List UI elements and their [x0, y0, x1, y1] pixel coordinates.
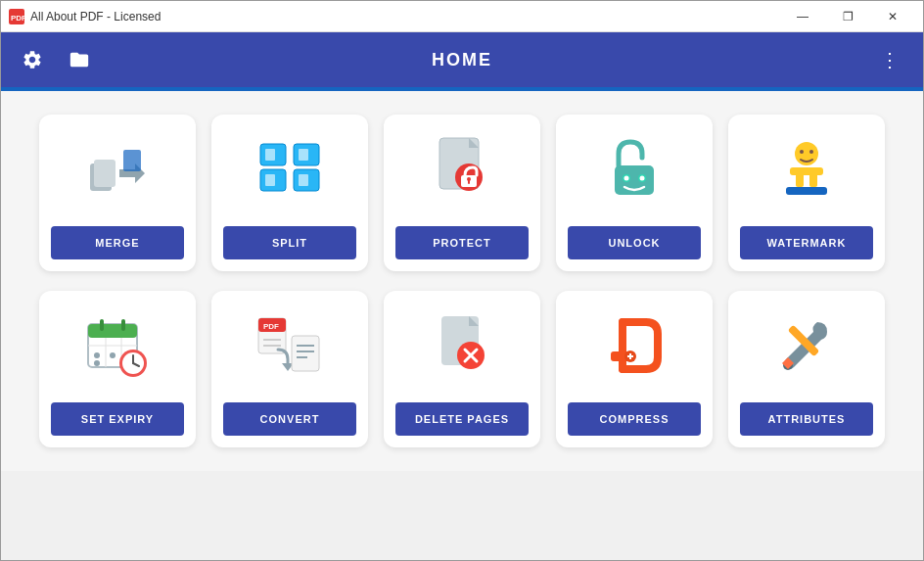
- watermark-button[interactable]: WATERMARK: [740, 226, 873, 259]
- protect-icon: [427, 134, 497, 205]
- merge-button[interactable]: MERGE: [51, 226, 184, 259]
- svg-rect-35: [809, 173, 817, 187]
- main-content: MERGE: [1, 91, 923, 471]
- compress-card[interactable]: COMPRESS: [556, 291, 713, 447]
- convert-button[interactable]: CONVERT: [223, 402, 356, 436]
- header-left-controls: [17, 44, 95, 75]
- svg-point-46: [94, 360, 100, 366]
- window-controls: — ❐ ✕: [780, 1, 915, 32]
- svg-rect-34: [796, 173, 804, 187]
- tools-row-2: SET EXPIRY PDF: [32, 291, 892, 447]
- svg-rect-16: [299, 174, 308, 186]
- protect-card[interactable]: PROTECT: [384, 115, 540, 271]
- svg-text:PDF: PDF: [263, 322, 279, 331]
- folder-icon: [68, 49, 91, 70]
- tools-row-1: MERGE: [32, 115, 892, 271]
- svg-rect-38: [100, 319, 104, 331]
- attributes-card[interactable]: ATTRIBUTES: [728, 291, 885, 447]
- app-title: All About PDF - Licensed: [30, 10, 780, 23]
- unlock-button[interactable]: UNLOCK: [568, 226, 701, 259]
- unlock-card[interactable]: UNLOCK: [556, 115, 713, 271]
- compress-icon: [599, 310, 670, 381]
- unlock-icon: [599, 134, 670, 205]
- svg-rect-14: [299, 149, 308, 161]
- app-icon: PDF: [9, 9, 24, 24]
- svg-point-44: [110, 352, 116, 358]
- svg-point-43: [94, 352, 100, 358]
- attributes-icon: [771, 310, 842, 381]
- header-right: ⋮: [872, 44, 907, 75]
- merge-icon: [82, 134, 153, 205]
- svg-rect-39: [121, 319, 125, 331]
- svg-text:PDF: PDF: [11, 14, 24, 23]
- svg-rect-37: [88, 324, 137, 338]
- header: HOME ⋮: [1, 32, 923, 87]
- convert-icon: PDF: [254, 310, 325, 381]
- attributes-button[interactable]: ATTRIBUTES: [740, 402, 873, 436]
- close-button[interactable]: ✕: [870, 1, 915, 32]
- header-title: HOME: [432, 50, 492, 70]
- set-expiry-icon: [82, 310, 153, 381]
- set-expiry-button[interactable]: SET EXPIRY: [51, 402, 184, 436]
- open-folder-button[interactable]: [64, 44, 95, 75]
- minimize-button[interactable]: —: [780, 1, 825, 32]
- svg-point-27: [624, 176, 629, 181]
- maximize-button[interactable]: ❐: [825, 1, 870, 32]
- svg-rect-4: [123, 150, 141, 171]
- set-expiry-card[interactable]: SET EXPIRY: [39, 291, 196, 447]
- merge-card[interactable]: MERGE: [39, 115, 196, 271]
- protect-button[interactable]: PROTECT: [395, 226, 529, 259]
- delete-pages-card[interactable]: DELETE PAGES: [384, 291, 540, 447]
- svg-rect-23: [468, 179, 470, 184]
- compress-button[interactable]: COMPRESS: [568, 402, 701, 436]
- svg-rect-33: [786, 187, 827, 195]
- svg-rect-3: [94, 160, 116, 187]
- more-options-button[interactable]: ⋮: [872, 44, 907, 75]
- svg-rect-13: [265, 149, 275, 161]
- svg-rect-15: [265, 174, 275, 186]
- watermark-icon: [771, 134, 842, 205]
- svg-rect-32: [790, 167, 823, 175]
- gear-icon: [22, 49, 43, 70]
- split-icon: [254, 134, 325, 205]
- delete-pages-button[interactable]: DELETE PAGES: [395, 402, 529, 436]
- svg-point-31: [809, 150, 813, 154]
- title-bar: PDF All About PDF - Licensed — ❐ ✕: [1, 1, 923, 32]
- convert-card[interactable]: PDF CONVERT: [211, 291, 368, 447]
- split-card[interactable]: SPLIT: [211, 115, 368, 271]
- settings-button[interactable]: [17, 44, 48, 75]
- svg-rect-57: [292, 336, 319, 371]
- svg-point-30: [800, 150, 804, 154]
- split-button[interactable]: SPLIT: [223, 226, 356, 259]
- delete-pages-icon: [427, 310, 497, 381]
- svg-point-28: [640, 176, 645, 181]
- watermark-card[interactable]: WATERMARK: [728, 115, 885, 271]
